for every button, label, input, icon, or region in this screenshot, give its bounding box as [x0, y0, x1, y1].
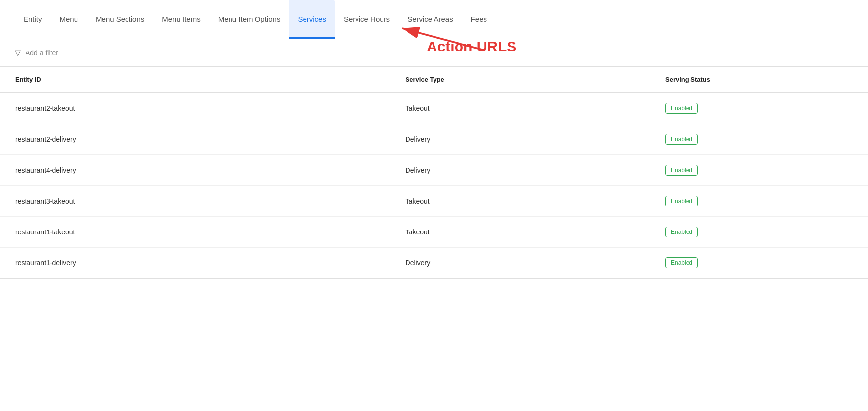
entity-id-cell: restaurant1-delivery — [0, 248, 391, 279]
data-table-container: Entity IDService TypeServing Status rest… — [0, 67, 868, 279]
entity-id-cell: restaurant4-delivery — [0, 155, 391, 186]
serving-status-cell: Enabled — [651, 248, 868, 279]
serving-status-cell: Enabled — [651, 124, 868, 155]
tab-entity[interactable]: Entity — [15, 0, 51, 39]
status-badge: Enabled — [665, 196, 698, 206]
table-body: restaurant2-takeoutTakeoutEnabledrestaur… — [0, 93, 868, 279]
status-badge: Enabled — [665, 257, 698, 268]
service-type-cell: Delivery — [391, 124, 651, 155]
tab-services[interactable]: Services — [289, 0, 335, 39]
filter-icon: ▽ — [15, 48, 21, 57]
tab-menu-item-options[interactable]: Menu Item Options — [209, 0, 289, 39]
status-badge: Enabled — [665, 227, 698, 237]
status-badge: Enabled — [665, 103, 698, 114]
entity-id-cell: restaurant3-takeout — [0, 186, 391, 217]
table-row[interactable]: restaurant4-deliveryDeliveryEnabled — [0, 155, 868, 186]
entity-id-cell: restaurant1-takeout — [0, 217, 391, 248]
tab-menu-sections[interactable]: Menu Sections — [87, 0, 153, 39]
table-row[interactable]: restaurant3-takeoutTakeoutEnabled — [0, 186, 868, 217]
table-header: Entity IDService TypeServing Status — [0, 67, 868, 93]
status-badge: Enabled — [665, 134, 698, 145]
table-row[interactable]: restaurant2-deliveryDeliveryEnabled — [0, 124, 868, 155]
service-type-cell: Takeout — [391, 93, 651, 124]
service-type-cell: Delivery — [391, 248, 651, 279]
status-badge: Enabled — [665, 165, 698, 176]
filter-placeholder[interactable]: Add a filter — [26, 49, 58, 57]
service-type-cell: Takeout — [391, 186, 651, 217]
table-row[interactable]: restaurant2-takeoutTakeoutEnabled — [0, 93, 868, 124]
tab-menu[interactable]: Menu — [51, 0, 87, 39]
tab-service-areas[interactable]: Service Areas — [399, 0, 462, 39]
tab-service-hours[interactable]: Service Hours — [335, 0, 399, 39]
serving-status-cell: Enabled — [651, 93, 868, 124]
entity-id-cell: restaurant2-takeout — [0, 93, 391, 124]
col-header-service-type: Service Type — [391, 67, 651, 93]
serving-status-cell: Enabled — [651, 186, 868, 217]
services-table: Entity IDService TypeServing Status rest… — [0, 67, 868, 279]
entity-id-cell: restaurant2-delivery — [0, 124, 391, 155]
nav-tabs: EntityMenuMenu SectionsMenu ItemsMenu It… — [0, 0, 868, 39]
col-header-entity-id: Entity ID — [0, 67, 391, 93]
service-type-cell: Takeout — [391, 217, 651, 248]
col-header-serving-status: Serving Status — [651, 67, 868, 93]
table-header-row: Entity IDService TypeServing Status — [0, 67, 868, 93]
serving-status-cell: Enabled — [651, 217, 868, 248]
filter-bar: ▽ Add a filter — [0, 39, 868, 67]
table-row[interactable]: restaurant1-takeoutTakeoutEnabled — [0, 217, 868, 248]
tab-fees[interactable]: Fees — [462, 0, 496, 39]
tab-menu-items[interactable]: Menu Items — [153, 0, 209, 39]
service-type-cell: Delivery — [391, 155, 651, 186]
table-row[interactable]: restaurant1-deliveryDeliveryEnabled — [0, 248, 868, 279]
serving-status-cell: Enabled — [651, 155, 868, 186]
